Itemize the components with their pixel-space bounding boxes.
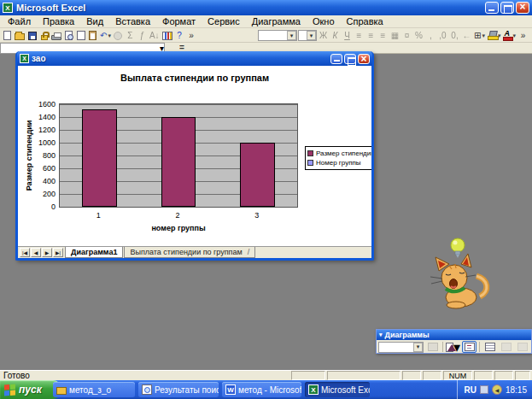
next-sheet-button[interactable]: ▶ [42,248,52,257]
chart-title[interactable]: Выплата стипендии по группам [18,73,371,83]
menu-Сервис[interactable]: Сервис [202,16,246,26]
minimize-button[interactable] [485,2,499,14]
excel-app-icon [3,3,13,13]
menu-Файл[interactable]: Файл [2,16,37,26]
toolbar-overflow-chevron[interactable]: » [186,29,197,42]
open-folder-icon[interactable] [14,29,26,42]
permissions-lock-icon[interactable] [38,29,50,42]
by-columns-icon [515,341,529,353]
chart-window-title-bar[interactable]: зао [17,51,372,66]
x-axis-title[interactable]: номер группы [59,224,298,232]
menu-Вставка[interactable]: Вставка [109,16,156,26]
menu-Вид[interactable]: Вид [80,16,109,26]
hyperlink-icon [114,32,122,40]
new-document-icon[interactable] [2,29,13,42]
y-tick-200: 200 [25,190,56,198]
y-tick-800: 800 [25,151,56,160]
undo-icon[interactable]: ↶▾ [99,29,112,42]
align-left-icon: ≡ [354,29,365,42]
sheet-tab-Диаграмма1[interactable]: Диаграмма1 [65,247,123,258]
paste-icon [89,31,96,40]
formatting-toolbar: ▾▾ЖКЧ≡≡≡▦¤%,,00,←⊞▾▾▾» [258,28,532,43]
print-preview-icon [65,31,73,40]
menu-Окно[interactable]: Окно [307,16,341,26]
first-sheet-button[interactable]: |◀ [20,248,30,257]
legend-toggle-icon[interactable] [462,341,476,353]
tray-icon[interactable] [480,385,488,394]
chart-window-minimize-button[interactable] [330,54,342,64]
toolbar-options-arrow-icon[interactable]: ▾ [379,332,383,338]
start-button-label: пуск [19,384,42,396]
taskbar-task-метод_з_о[interactable]: метод_з_о [53,382,135,397]
num-lock-indicator: NUM [443,371,472,380]
font-size-combo[interactable]: ▾ [298,30,317,41]
chart-document-window: зао Выплата стипендии по группам Размер … [15,51,374,261]
chart-objects-dropdown-icon[interactable]: ▾ [413,343,423,352]
charts-toolbar-title: Диаграммы [385,331,430,339]
save-icon[interactable] [26,29,38,42]
sheet-tab-Выплата стипендии по группам[interactable]: Выплата стипендии по группам [124,247,255,258]
legend-toggle-icon [465,343,475,351]
toolbar-overflow-chevron[interactable]: » [517,29,529,42]
language-indicator[interactable]: RU [465,385,476,395]
fill-color-icon[interactable]: ▾ [487,29,502,42]
font-color-icon [503,31,512,41]
copy-icon [79,32,85,40]
print-icon[interactable] [50,29,62,42]
merge-center-icon: ▦ [389,29,400,42]
hide-icons-chevron-icon[interactable]: ◀ [492,384,502,395]
chart-window-close-button[interactable] [358,54,370,64]
help-icon[interactable]: ? [174,29,185,42]
undo-icon-dropdown[interactable]: ▾ [108,32,111,39]
taskbar-task-Microsoft Excel[interactable]: Microsoft Excel [305,382,370,397]
percent-icon: % [413,29,424,42]
chart-type-icon[interactable]: ▾ [446,341,460,353]
print-preview-icon[interactable] [63,29,74,42]
clock: 18:15 [506,385,527,395]
decrease-decimal-icon: 0, [449,29,460,42]
bar-series1-cat1[interactable] [82,109,117,207]
status-bar: Готово NUM [0,370,532,380]
taskbar-task-метод - Microsoft Word[interactable]: метод - Microsoft Word [222,382,301,397]
folder-icon [56,387,67,395]
last-sheet-button[interactable]: ▶| [53,248,63,257]
legend-swatch-icon [307,160,313,166]
task-label: метод_з_о [69,385,111,395]
currency-icon: ¤ [401,29,412,42]
borders-icon-dropdown[interactable]: ▾ [482,32,485,39]
font-name-dropdown-icon[interactable]: ▾ [287,31,296,40]
paste-icon[interactable] [87,29,98,42]
font-size-dropdown-icon[interactable]: ▾ [307,31,316,40]
taskbar-task-Результаты поиска[interactable]: Результаты поиска [138,382,219,397]
y-tick-1600: 1600 [25,100,56,109]
legend-swatch-icon [307,150,313,156]
prev-sheet-button[interactable]: ◀ [31,248,41,257]
menu-Правка[interactable]: Правка [37,16,80,26]
chart-objects-combo[interactable]: ▾ [378,342,424,353]
chart-legend[interactable]: Размер стипендииНомер группы [305,146,371,170]
maximize-button[interactable] [500,2,514,14]
legend-label: Номер группы [316,159,361,167]
by-rows-icon [499,341,513,353]
menu-Диаграмма[interactable]: Диаграмма [246,16,307,26]
menu-Справка[interactable]: Справка [341,16,389,26]
function-icon: ƒ [137,29,148,42]
font-color-icon[interactable]: ▾ [502,29,517,42]
save-icon [28,32,37,40]
chart-window-maximize-button[interactable] [344,54,356,64]
align-right-icon: ≡ [377,29,389,42]
menu-Формат[interactable]: Формат [156,16,202,26]
plot-area[interactable] [59,103,298,208]
assistant-cat[interactable] [427,252,495,310]
permissions-lock-icon [41,35,48,40]
chart-type-icon [446,343,453,352]
standard-toolbar: ↶▾ΣƒА↓?» [2,28,197,43]
copy-icon[interactable] [75,29,86,42]
close-button[interactable] [516,2,529,14]
data-table-icon[interactable] [482,341,497,353]
bar-series1-cat3[interactable] [240,143,275,207]
chart-wizard-icon[interactable] [161,29,173,42]
font-name-combo[interactable]: ▾ [258,30,297,41]
bar-series1-cat2[interactable] [161,117,196,207]
borders-icon[interactable]: ⊞▾ [473,29,486,42]
